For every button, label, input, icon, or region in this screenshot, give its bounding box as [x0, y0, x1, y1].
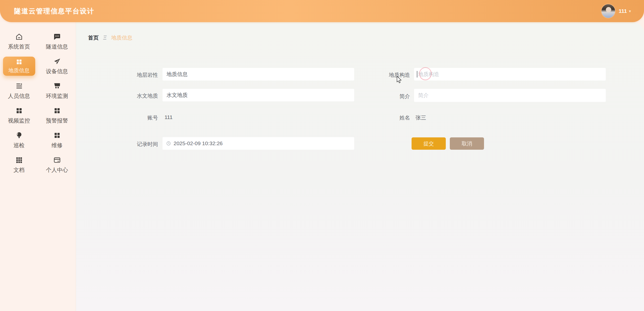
sidebar-item-label: 巡检 — [14, 142, 25, 149]
sidebar-item-personnel-info[interactable]: 人员信息 — [0, 79, 38, 103]
sidebar-item-environment-monitoring[interactable]: 环境监测 — [38, 79, 76, 103]
sidebar-item-label: 视频监控 — [8, 117, 30, 125]
breadcrumb-separator-icon: Ξ — [103, 34, 107, 41]
field-label-name: 姓名 — [360, 114, 410, 121]
grid9-icon — [15, 156, 23, 164]
sidebar-item-label: 预警报警 — [46, 117, 68, 125]
cancel-button[interactable]: 取消 — [450, 137, 484, 150]
breadcrumb-current: 地质信息 — [111, 34, 132, 41]
sidebar-menu: 系统首页 隧道信息 地质信息 — [0, 22, 76, 177]
sidebar-item-system-home[interactable]: 系统首页 — [0, 29, 38, 54]
main-content: 首页 Ξ 地质信息 地层岩性 地质构造 水文地质 简介 账号 111 姓名 张三… — [76, 22, 644, 311]
shop-icon — [53, 82, 61, 90]
record-time-value: 2025-02-09 10:32:26 — [174, 140, 223, 146]
account-value: 111 — [165, 114, 173, 120]
card-icon — [53, 156, 61, 164]
avatar[interactable] — [601, 4, 615, 18]
chat-icon — [53, 33, 61, 41]
sidebar-item-video-monitoring[interactable]: 视频监控 — [0, 103, 38, 128]
sidebar-item-inspection[interactable]: 巡检 — [0, 128, 38, 152]
sidebar-item-label: 系统首页 — [8, 43, 30, 51]
grid-icon — [15, 107, 23, 115]
intro-input[interactable] — [414, 89, 606, 102]
grid-icon — [53, 131, 61, 139]
sidebar: 系统首页 隧道信息 地质信息 — [0, 22, 76, 311]
user-menu[interactable]: 111 ▾ — [601, 4, 631, 18]
app-title: 隧道云管理信息平台设计 — [14, 7, 94, 16]
sidebar-item-equipment-info[interactable]: 设备信息 — [38, 54, 76, 79]
hydrogeology-input[interactable] — [163, 89, 354, 101]
sidebar-item-warning-alarm[interactable]: 预警报警 — [38, 103, 76, 128]
sidebar-item-personal-center[interactable]: 个人中心 — [38, 152, 76, 177]
sidebar-item-label: 设备信息 — [46, 68, 68, 75]
field-label-account: 账号 — [108, 114, 158, 121]
clock-icon — [166, 141, 171, 146]
sidebar-item-label: 维修 — [52, 142, 63, 149]
sidebar-item-label: 文档 — [14, 166, 25, 174]
name-value: 张三 — [416, 114, 426, 121]
grid-icon — [53, 107, 61, 115]
structure-input[interactable] — [414, 68, 606, 81]
sidebar-item-label: 人员信息 — [8, 92, 30, 100]
breadcrumb-home[interactable]: 首页 — [88, 34, 99, 41]
username: 111 — [619, 8, 627, 14]
send-icon — [53, 57, 61, 65]
caret-down-icon: ▾ — [629, 9, 631, 14]
sidebar-item-maintenance[interactable]: 维修 — [38, 128, 76, 152]
home-icon — [15, 33, 23, 41]
breadcrumb: 首页 Ξ 地质信息 — [88, 34, 132, 41]
sidebar-item-label: 环境监测 — [46, 92, 68, 100]
mouse-cursor — [396, 76, 403, 84]
submit-button[interactable]: 提交 — [412, 137, 446, 150]
field-label-lithology: 地层岩性 — [108, 71, 158, 79]
bulb-icon — [15, 131, 23, 139]
sidebar-item-documents[interactable]: 文档 — [0, 152, 38, 177]
list-icon — [15, 82, 23, 90]
text-caret — [417, 71, 417, 77]
app-header: 隧道云管理信息平台设计 111 ▾ — [0, 0, 644, 22]
sidebar-item-label: 个人中心 — [46, 166, 68, 174]
field-label-intro: 简介 — [360, 93, 410, 100]
sidebar-item-label: 地质信息 — [9, 67, 30, 74]
sidebar-item-label: 隧道信息 — [46, 43, 68, 51]
record-time-picker[interactable]: 2025-02-09 10:32:26 — [163, 137, 354, 150]
grid-icon — [16, 58, 23, 65]
sidebar-item-geology-info[interactable]: 地质信息 — [3, 57, 35, 76]
sidebar-item-tunnel-info[interactable]: 隧道信息 — [38, 29, 76, 54]
field-label-structure: 地质构造 — [360, 71, 410, 79]
field-label-hydrogeology: 水文地质 — [108, 92, 158, 99]
field-label-record-time: 记录时间 — [108, 141, 158, 148]
lithology-input[interactable] — [163, 68, 354, 81]
